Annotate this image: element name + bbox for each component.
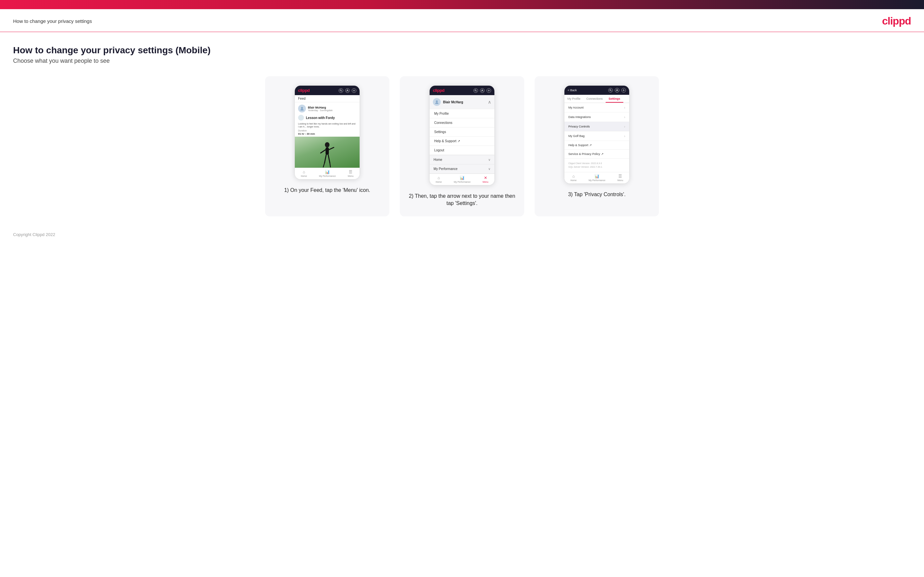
svg-rect-6 (326, 147, 329, 155)
feed-user-name: Blair McHarg (308, 106, 333, 109)
menu-item-settings[interactable]: Settings (430, 127, 494, 137)
feed-post-text: Looking to feel like my hands are exitin… (295, 122, 360, 129)
svg-point-18 (609, 89, 611, 90)
svg-line-9 (325, 155, 326, 163)
svg-line-14 (476, 90, 477, 91)
menu-user-row: Blair McHarg ∧ (430, 95, 494, 109)
nav-performance-3: 📊 My Performance (589, 174, 605, 181)
phone-bottom-bar-1: ⌂ Home 📊 My Performance ☰ Menu (295, 168, 360, 179)
settings-item-my-account[interactable]: My Account › (564, 103, 629, 113)
phone-top-bar-2: clippd (430, 85, 494, 95)
search-icon-3 (608, 88, 613, 92)
settings-item-golf-bag[interactable]: My Golf Bag › (564, 131, 629, 141)
avatar (298, 105, 306, 113)
nav-home-2: ⌂ Home (436, 176, 442, 183)
user-icon-2 (480, 88, 485, 93)
phone-mockup-2: clippd (429, 85, 495, 185)
nav-performance-label-2: My Performance (454, 181, 470, 183)
nav-performance-label-1: My Performance (319, 175, 336, 177)
chart-icon-2: 📊 (460, 176, 465, 180)
nav-performance-1: 📊 My Performance (319, 170, 336, 177)
menu-section-performance: My Performance ∨ (430, 164, 494, 174)
feed-post-title: Lesson with Fordy (306, 116, 335, 120)
step-card-3: < Back My Profile (535, 76, 659, 216)
small-avatar (298, 115, 304, 121)
feed-post-title-row: Lesson with Fordy (295, 114, 360, 122)
menu-item-connections[interactable]: Connections (430, 118, 494, 127)
phone-logo-1: clippd (298, 88, 310, 93)
settings-item-help[interactable]: Help & Support ↗ (564, 141, 629, 150)
user-icon-3 (615, 88, 619, 92)
settings-version: Clippd Client Version: 2022.8.3-3GQL Ser… (564, 158, 629, 172)
phone-top-bar-1: clippd (295, 85, 360, 95)
svg-point-21 (623, 90, 624, 90)
search-icon (339, 88, 343, 93)
settings-item-service-label: Service & Privacy Policy ↗ (569, 152, 604, 156)
phone-mockup-3: < Back My Profile (564, 85, 630, 184)
chevron-right-privacy: › (624, 124, 625, 129)
svg-line-10 (328, 155, 330, 163)
nav-menu-1: ☰ Menu (348, 170, 354, 177)
settings-item-service[interactable]: Service & Privacy Policy ↗ (564, 150, 629, 158)
menu-section: Home ∨ My Performance ∨ (430, 155, 494, 174)
nav-performance-2: 📊 My Performance (454, 176, 470, 183)
settings-back-bar: < Back (564, 85, 629, 95)
settings-icon-2 (486, 88, 491, 93)
header: How to change your privacy settings clip… (0, 9, 924, 32)
menu-icon: ☰ (349, 170, 352, 174)
phone-bottom-bar-3: ⌂ Home 📊 My Performance ☰ Menu (564, 172, 629, 184)
feed-user-info: Blair McHarg Yesterday · Sunningdale (308, 106, 333, 111)
settings-item-data-integrations[interactable]: Data Integrations › (564, 113, 629, 122)
step-card-2: clippd (400, 76, 524, 216)
svg-point-3 (354, 90, 354, 90)
settings-item-privacy-controls[interactable]: Privacy Controls › (564, 122, 629, 131)
nav-menu-label-3: Menu (617, 179, 623, 181)
chart-icon-3: 📊 (594, 174, 599, 179)
chevron-down-perf: ∨ (488, 167, 491, 171)
settings-icon (352, 88, 356, 93)
svg-line-7 (321, 150, 326, 153)
main-content: How to change your privacy settings (Mob… (0, 32, 924, 226)
svg-point-16 (488, 90, 489, 90)
phone-icons-2 (473, 88, 491, 93)
top-bar (0, 0, 924, 9)
tab-settings[interactable]: Settings (606, 95, 623, 103)
nav-close-label-2: Menu (483, 181, 488, 183)
chevron-right-data: › (624, 115, 625, 119)
menu-user-name: Blair McHarg (443, 100, 463, 104)
menu-section-home-label: Home (433, 158, 443, 161)
copyright: Copyright Clippd 2022 (13, 232, 55, 237)
menu-item-myprofile[interactable]: My Profile (430, 109, 494, 118)
nav-home-3: ⌂ Home (570, 174, 577, 181)
settings-item-privacy-label: Privacy Controls (569, 125, 590, 128)
menu-section-home: Home ∨ (430, 155, 494, 164)
feed-duration-label: Duration (295, 129, 360, 132)
chevron-down-home: ∨ (488, 158, 491, 161)
svg-line-19 (611, 90, 612, 91)
nav-menu-3: ☰ Menu (617, 174, 623, 181)
nav-home-1: ⌂ Home (301, 170, 307, 177)
settings-tabs: My Profile Connections Settings (564, 95, 629, 103)
nav-close-2: ✕ Menu (483, 176, 488, 183)
menu-section-perf-label: My Performance (433, 167, 457, 171)
tab-my-profile[interactable]: My Profile (564, 95, 583, 103)
nav-home-label-3: Home (570, 179, 577, 181)
chart-icon: 📊 (325, 170, 330, 174)
menu-overlay: Blair McHarg ∧ My Profile Connections Se… (430, 95, 494, 174)
step-card-1: clippd Feed (265, 76, 389, 216)
feed-tab: Feed (295, 95, 360, 102)
feed-user-sub: Yesterday · Sunningdale (308, 109, 333, 111)
footer: Copyright Clippd 2022 (0, 226, 924, 243)
settings-item-data-integrations-label: Data Integrations (569, 115, 591, 119)
settings-item-golf-bag-label: My Golf Bag (569, 134, 585, 138)
settings-list: My Account › Data Integrations › Privacy… (564, 103, 629, 172)
phone-icons-3 (608, 88, 626, 92)
home-icon-2: ⌂ (438, 176, 440, 180)
header-title: How to change your privacy settings (13, 18, 92, 24)
tab-connections[interactable]: Connections (583, 95, 606, 103)
menu-item-help[interactable]: Help & Support ↗ (430, 137, 494, 146)
back-btn[interactable]: < Back (568, 89, 577, 92)
close-icon: ✕ (484, 176, 487, 180)
nav-home-label-2: Home (436, 181, 442, 183)
menu-item-logout[interactable]: Logout (430, 146, 494, 155)
